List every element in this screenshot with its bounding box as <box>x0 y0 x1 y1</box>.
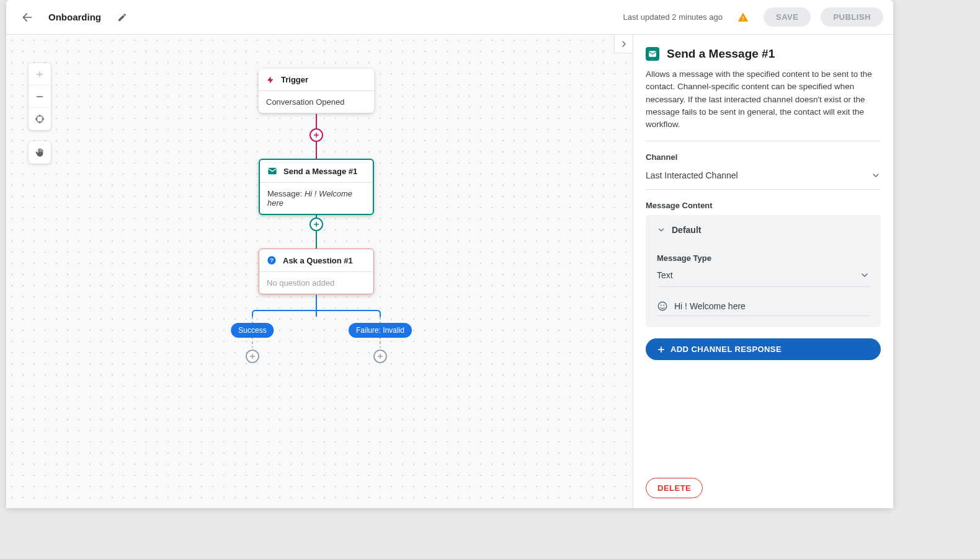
message-type-select[interactable]: Text <box>657 268 870 287</box>
chevron-right-icon <box>619 39 629 49</box>
zoom-out-button[interactable] <box>29 86 51 108</box>
plus-icon <box>249 353 256 360</box>
warning-icon <box>737 12 749 23</box>
toolbar: Onboarding Last updated 2 minutes ago SA… <box>6 0 893 35</box>
chevron-down-icon <box>657 226 666 234</box>
main-area: Trigger Conversation Opened Send a Messa… <box>6 35 893 508</box>
svg-point-14 <box>663 305 664 306</box>
pencil-icon <box>117 12 127 22</box>
message-text-input[interactable]: Hi ! Welcome here <box>657 297 870 316</box>
lightning-icon <box>266 76 275 84</box>
add-node-button[interactable] <box>373 350 387 363</box>
plus-icon <box>35 69 45 79</box>
question-icon: ? <box>267 255 277 265</box>
svg-point-13 <box>661 305 662 306</box>
fit-view-button[interactable] <box>29 108 51 130</box>
last-updated-text: Last updated 2 minutes ago <box>623 12 723 22</box>
crosshair-icon <box>35 114 45 124</box>
workflow-canvas[interactable]: Trigger Conversation Opened Send a Messa… <box>6 35 633 508</box>
node-trigger-title: Trigger <box>281 75 308 84</box>
back-button[interactable] <box>16 6 38 29</box>
node-send-message-prefix: Message: <box>267 189 305 198</box>
collapse-right-panel-button[interactable] <box>614 35 633 53</box>
message-content-label: Message Content <box>646 201 881 210</box>
hand-icon <box>35 147 45 157</box>
node-ask-question-placeholder: No question added <box>267 278 334 288</box>
chevron-down-icon <box>871 170 881 180</box>
branch-failure-pill[interactable]: Failure: Invalid <box>349 323 412 338</box>
default-content-accordion: Default Message Type Text Hi ! Welcome h… <box>646 215 881 327</box>
zoom-in-button[interactable] <box>29 63 51 86</box>
plus-icon <box>313 131 320 139</box>
message-type-value: Text <box>657 270 673 280</box>
property-panel: Send a Message #1 Allows a message with … <box>633 35 893 508</box>
plus-icon <box>376 353 384 360</box>
svg-point-12 <box>658 302 667 311</box>
node-send-message-title: Send a Message #1 <box>283 167 357 176</box>
add-node-button[interactable] <box>310 128 323 142</box>
message-type-label: Message Type <box>657 253 870 263</box>
panel-title: Send a Message #1 <box>667 47 775 61</box>
plus-icon <box>657 345 666 354</box>
branch-success-pill[interactable]: Success <box>231 323 274 338</box>
publish-button[interactable]: PUBLISH <box>821 7 883 27</box>
message-text-value: Hi ! Welcome here <box>674 301 746 311</box>
channel-value: Last Interacted Channel <box>646 170 738 180</box>
channel-label: Channel <box>646 152 881 162</box>
channel-select[interactable]: Last Interacted Channel <box>646 167 881 190</box>
mail-icon <box>267 166 277 176</box>
add-channel-response-button[interactable]: ADD CHANNEL RESPONSE <box>646 338 881 360</box>
chevron-down-icon <box>860 270 870 280</box>
node-trigger-subtitle: Conversation Opened <box>259 90 374 113</box>
default-accordion-toggle[interactable]: Default <box>646 215 881 245</box>
node-send-message[interactable]: Send a Message #1 Message: Hi ! Welcome … <box>259 159 374 215</box>
delete-button[interactable]: DELETE <box>646 478 703 498</box>
zoom-controls <box>29 63 51 130</box>
save-button[interactable]: SAVE <box>764 7 811 27</box>
pan-tool-button[interactable] <box>29 141 51 164</box>
node-ask-question-title: Ask a Question #1 <box>283 256 353 265</box>
mail-icon <box>646 47 659 61</box>
add-node-button[interactable] <box>310 218 323 231</box>
plus-icon <box>313 221 320 228</box>
workflow-title: Onboarding <box>48 12 101 22</box>
default-label: Default <box>672 225 701 235</box>
minus-icon <box>35 92 45 102</box>
panel-description: Allows a message with the specified cont… <box>646 68 881 141</box>
svg-text:?: ? <box>270 257 274 263</box>
app-window: Onboarding Last updated 2 minutes ago SA… <box>6 0 893 508</box>
emoji-icon[interactable] <box>657 301 668 312</box>
arrow-left-icon <box>21 11 33 24</box>
add-node-button[interactable] <box>246 350 259 363</box>
node-ask-question[interactable]: ? Ask a Question #1 No question added <box>259 249 374 294</box>
node-trigger[interactable]: Trigger Conversation Opened <box>259 69 374 113</box>
edit-title-button[interactable] <box>111 6 133 29</box>
